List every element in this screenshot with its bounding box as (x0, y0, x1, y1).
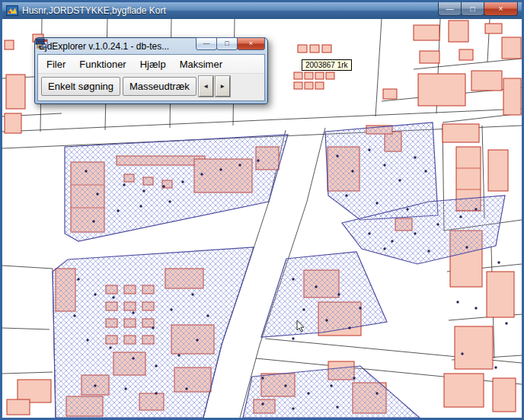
enkelt-soegning-button[interactable]: Enkelt søgning (41, 77, 120, 96)
ejdexplorer-toolbar: Enkelt søgning Masseudtræk ◄ (38, 73, 264, 100)
right-arrow-icon: ► (219, 83, 225, 90)
menu-item-hjaelp[interactable]: Hjælp (134, 57, 172, 72)
extract-icon (35, 38, 45, 48)
main-window: Husnr,JORDSTYKKE,bygflade Kort — □ × (0, 0, 524, 420)
ejdexplorer-window[interactable]: EjdExplorer v.1.0.24.1 - db-tes... — □ ×… (34, 37, 268, 104)
map-tooltip: 2003867 1rk (302, 59, 352, 71)
main-caption-buttons: — □ × (439, 2, 518, 16)
scroll-left-button[interactable]: ◄ (199, 76, 213, 97)
ejdexplorer-minimize-button[interactable]: — (196, 37, 217, 50)
ejdexplorer-maximize-button[interactable]: □ (216, 37, 238, 50)
masseudtraek-label: Masseudtræk (129, 81, 190, 92)
ejdexplorer-menubar: Filer Funktioner Hjælp Maksimer (38, 55, 264, 73)
app-icon (6, 5, 18, 17)
maximize-button[interactable]: □ (461, 2, 484, 16)
ejdexplorer-client: Filer Funktioner Hjælp Maksimer Enkelt s… (37, 54, 265, 101)
enkelt-soegning-label: Enkelt søgning (48, 81, 113, 92)
masseudtraek-button[interactable]: Masseudtræk (123, 77, 196, 96)
ejdexplorer-titlebar[interactable]: EjdExplorer v.1.0.24.1 - db-tes... — □ × (37, 38, 265, 54)
menu-item-filer[interactable]: Filer (40, 57, 72, 72)
ejdexplorer-caption-buttons: — □ × (196, 37, 265, 50)
left-arrow-icon: ◄ (203, 83, 209, 90)
minimize-button[interactable]: — (438, 2, 462, 16)
main-titlebar[interactable]: Husnr,JORDSTYKKE,bygflade Kort — □ × (2, 2, 522, 19)
map-viewport[interactable]: 2003867 1rk EjdExplorer v.1.0.24.1 - db-… (2, 19, 522, 418)
menu-item-maksimer[interactable]: Maksimer (174, 57, 228, 72)
menu-item-funktioner[interactable]: Funktioner (73, 57, 132, 72)
close-button[interactable]: × (484, 2, 518, 16)
ejdexplorer-close-button[interactable]: × (237, 37, 265, 50)
scroll-right-button[interactable]: ► (216, 76, 230, 97)
